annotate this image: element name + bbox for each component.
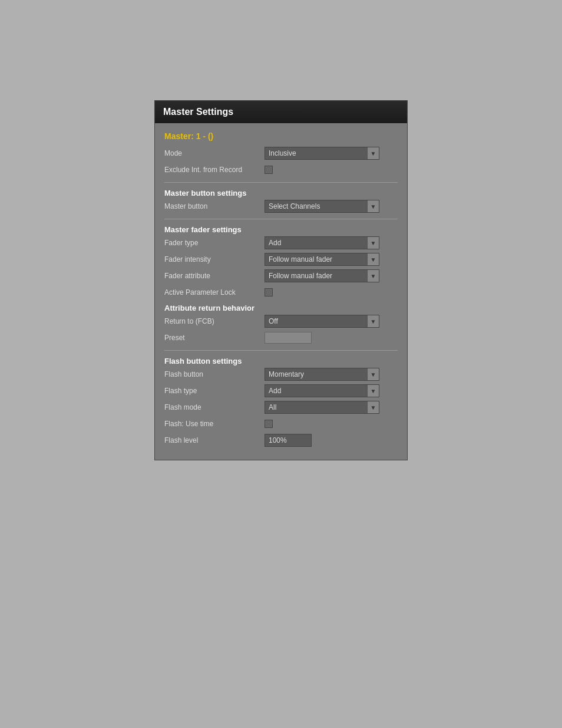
mode-value: Inclusive — [269, 149, 296, 157]
divider-3 — [164, 350, 398, 351]
fader-intensity-dropdown[interactable]: Follow manual fader ▼ — [265, 253, 379, 266]
dropdown-arrow-icon-7: ▼ — [367, 368, 379, 380]
flash-mode-value: All — [269, 403, 276, 411]
return-fcb-row: Return to (FCB) Off ▼ — [164, 315, 398, 328]
dropdown-arrow-icon-9: ▼ — [367, 401, 379, 413]
master-settings-panel: Master Settings Master: 1 - () Mode Incl… — [154, 100, 408, 460]
attribute-return-section-title: Attribute return behavior — [164, 304, 398, 312]
dropdown-arrow-icon-4: ▼ — [367, 253, 379, 265]
master-button-dropdown[interactable]: Select Channels ▼ — [265, 200, 379, 213]
exclude-label: Exclude Int. from Record — [164, 166, 265, 174]
flash-level-label: Flash level — [164, 436, 265, 444]
mode-row: Mode Inclusive ▼ — [164, 147, 398, 160]
fader-intensity-label: Fader intensity — [164, 255, 265, 263]
fader-type-row: Fader type Add ▼ — [164, 236, 398, 249]
panel-body: Master: 1 - () Mode Inclusive ▼ Exclude … — [155, 123, 407, 460]
return-fcb-label: Return to (FCB) — [164, 317, 265, 325]
active-param-label: Active Parameter Lock — [164, 288, 265, 297]
panel-header: Master Settings — [155, 101, 407, 123]
fader-type-value: Add — [269, 239, 281, 247]
master-button-row: Master button Select Channels ▼ — [164, 200, 398, 213]
dropdown-arrow-icon: ▼ — [367, 147, 379, 159]
fader-attribute-label: Fader attribute — [164, 272, 265, 280]
flash-use-time-row: Flash: Use time — [164, 417, 398, 430]
fader-type-dropdown[interactable]: Add ▼ — [265, 236, 379, 249]
flash-section-title: Flash button settings — [164, 357, 398, 365]
exclude-row: Exclude Int. from Record — [164, 163, 398, 176]
preset-row: Preset — [164, 331, 398, 344]
master-fader-section-title: Master fader settings — [164, 225, 398, 234]
flash-type-row: Flash type Add ▼ — [164, 384, 398, 397]
flash-button-label: Flash button — [164, 370, 265, 378]
flash-mode-label: Flash mode — [164, 403, 265, 411]
fader-intensity-value: Follow manual fader — [269, 255, 332, 263]
dropdown-arrow-icon-5: ▼ — [367, 270, 379, 282]
mode-dropdown[interactable]: Inclusive ▼ — [265, 147, 379, 160]
flash-button-dropdown[interactable]: Momentary ▼ — [265, 368, 379, 381]
active-param-checkbox[interactable] — [265, 288, 273, 297]
fader-type-label: Fader type — [164, 239, 265, 247]
master-button-value: Select Channels — [269, 202, 320, 210]
master-button-label: Master button — [164, 202, 265, 210]
fader-intensity-row: Fader intensity Follow manual fader ▼ — [164, 253, 398, 266]
flash-use-time-label: Flash: Use time — [164, 420, 265, 428]
flash-level-value: 100% — [265, 434, 312, 447]
return-fcb-dropdown[interactable]: Off ▼ — [265, 315, 379, 328]
exclude-checkbox[interactable] — [265, 166, 273, 174]
mode-label: Mode — [164, 149, 265, 157]
flash-button-value: Momentary — [269, 370, 304, 378]
dropdown-arrow-icon-3: ▼ — [367, 237, 379, 249]
divider-2 — [164, 219, 398, 219]
flash-type-dropdown[interactable]: Add ▼ — [265, 384, 379, 397]
master-label: Master: 1 - () — [164, 131, 398, 141]
active-param-row: Active Parameter Lock — [164, 286, 398, 299]
flash-button-row: Flash button Momentary ▼ — [164, 368, 398, 381]
preset-box[interactable] — [265, 332, 312, 344]
divider-1 — [164, 182, 398, 183]
return-fcb-value: Off — [269, 317, 278, 325]
flash-mode-row: Flash mode All ▼ — [164, 401, 398, 414]
flash-mode-dropdown[interactable]: All ▼ — [265, 401, 379, 414]
fader-attribute-dropdown[interactable]: Follow manual fader ▼ — [265, 269, 379, 282]
fader-attribute-value: Follow manual fader — [269, 272, 332, 280]
preset-label: Preset — [164, 334, 265, 342]
flash-type-value: Add — [269, 387, 281, 395]
flash-type-label: Flash type — [164, 387, 265, 395]
master-button-section-title: Master button settings — [164, 189, 398, 197]
dropdown-arrow-icon-8: ▼ — [367, 385, 379, 397]
flash-use-time-checkbox[interactable] — [265, 420, 273, 428]
dropdown-arrow-icon-2: ▼ — [367, 200, 379, 212]
dropdown-arrow-icon-6: ▼ — [367, 315, 379, 327]
flash-level-row: Flash level 100% — [164, 434, 398, 447]
fader-attribute-row: Fader attribute Follow manual fader ▼ — [164, 269, 398, 282]
panel-title: Master Settings — [163, 107, 233, 117]
